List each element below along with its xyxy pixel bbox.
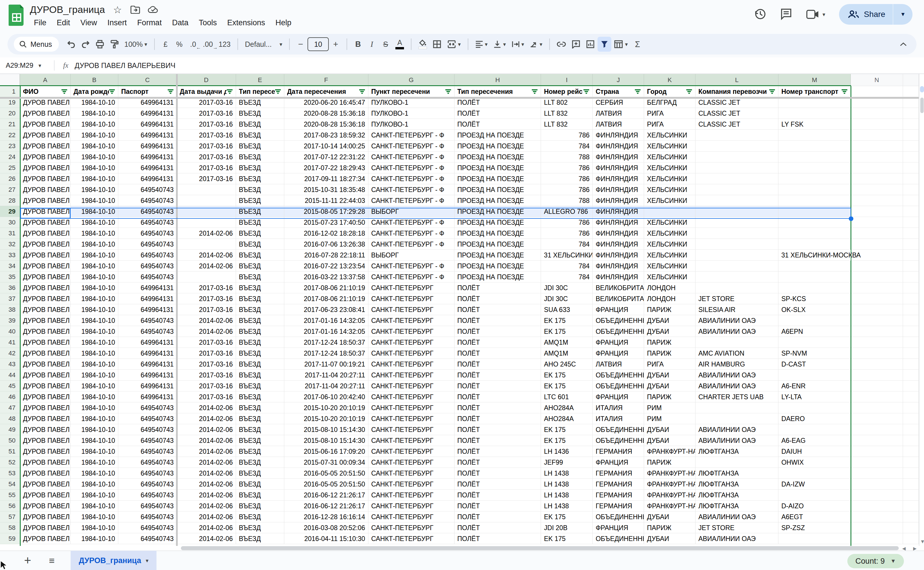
- filter-funnel-icon[interactable]: [359, 89, 365, 94]
- header-cell-E[interactable]: Тип пересеч: [236, 86, 284, 97]
- cell-H45[interactable]: ПОЛЁТ: [454, 381, 541, 391]
- cell-X45[interactable]: [903, 381, 919, 391]
- cell-L44[interactable]: АВИАЛИНИИ ОАЭ: [695, 370, 778, 381]
- cell-D47[interactable]: 2014-02-06: [177, 402, 236, 413]
- cell-A28[interactable]: ДУРОВ ПАВЕЛ: [20, 195, 71, 206]
- cell-F30[interactable]: 2015-07-23 17:40:50: [284, 217, 368, 228]
- cell-C37[interactable]: 649964131: [118, 293, 177, 304]
- cell-K56[interactable]: ФРАНКФУРТ-НА: [644, 501, 695, 512]
- cell-M20[interactable]: [778, 108, 851, 119]
- row-header-33[interactable]: 33: [0, 250, 20, 260]
- cell-B36[interactable]: 1984-10-10: [71, 282, 118, 293]
- cell-K50[interactable]: ДУБАИ: [644, 435, 695, 446]
- cell-E22[interactable]: ВЪЕЗД: [236, 130, 284, 141]
- cell-I36[interactable]: JDI 30C: [541, 282, 592, 293]
- cell-C35[interactable]: 649540743: [118, 271, 177, 282]
- cell-L23[interactable]: [695, 141, 778, 152]
- cell-X29[interactable]: [903, 206, 919, 217]
- star-icon[interactable]: ☆: [112, 5, 123, 15]
- cell-H40[interactable]: ПОЛЁТ: [454, 326, 541, 337]
- cell-N23[interactable]: [851, 141, 903, 152]
- cell-N46[interactable]: [851, 391, 903, 402]
- cell-M40[interactable]: A6EPN: [778, 326, 851, 337]
- cell-J47[interactable]: ИТАЛИЯ: [592, 402, 644, 413]
- cell-A19[interactable]: ДУРОВ ПАВЕЛ: [20, 97, 71, 108]
- column-header-H[interactable]: H: [454, 74, 541, 86]
- cell-C32[interactable]: 649540743: [118, 239, 177, 250]
- cell-K35[interactable]: ХЕЛЬСИНКИ: [644, 271, 695, 282]
- formula-bar-value[interactable]: ДУРОВ ПАВЕЛ ВАЛЕРЬЕВИЧ: [75, 61, 175, 70]
- cell-N20[interactable]: [851, 108, 903, 119]
- cell-G29[interactable]: ВЫБОРГ: [368, 206, 454, 217]
- cell-D52[interactable]: 2014-02-06: [177, 457, 236, 468]
- cell-A32[interactable]: ДУРОВ ПАВЕЛ: [20, 239, 71, 250]
- row-header-53[interactable]: 53: [0, 468, 20, 479]
- cell-M34[interactable]: [778, 260, 851, 271]
- cell-A39[interactable]: ДУРОВ ПАВЕЛ: [20, 315, 71, 326]
- cell-N39[interactable]: [851, 315, 903, 326]
- cell-X21[interactable]: [903, 119, 919, 130]
- cell-N58[interactable]: [851, 522, 903, 533]
- cell-K23[interactable]: ХЕЛЬСИНКИ: [644, 141, 695, 152]
- cell-A58[interactable]: ДУРОВ ПАВЕЛ: [20, 522, 71, 533]
- cell-D21[interactable]: 2017-03-16: [177, 119, 236, 130]
- cell-F43[interactable]: 2017-11-07 00:19:21: [284, 359, 368, 370]
- cell-E19[interactable]: ВЪЕЗД: [236, 97, 284, 108]
- row-header-45[interactable]: 45: [0, 381, 20, 391]
- header-cell-M[interactable]: Номер транспорт: [778, 86, 851, 97]
- cell-B54[interactable]: 1984-10-10: [71, 479, 118, 490]
- cell-C43[interactable]: 649964131: [118, 359, 177, 370]
- cell-J21[interactable]: ЛАТВИЯ: [592, 119, 644, 130]
- cell-F44[interactable]: 2017-11-04 20:27:11: [284, 370, 368, 381]
- cell-E41[interactable]: ВЪЕЗД: [236, 337, 284, 348]
- menu-help[interactable]: Help: [270, 17, 296, 29]
- cell-E49[interactable]: ВЪЕЗД: [236, 424, 284, 435]
- menu-tools[interactable]: Tools: [193, 17, 222, 29]
- cell-H21[interactable]: ПОЛЁТ: [454, 119, 541, 130]
- cell-F19[interactable]: 2020-06-20 16:45:47: [284, 97, 368, 108]
- cell-C25[interactable]: 649964131: [118, 162, 177, 173]
- cell-F20[interactable]: 2020-08-28 15:36:18: [284, 108, 368, 119]
- cell-F55[interactable]: 2016-06-12 21:26:17: [284, 490, 368, 501]
- cell-N19[interactable]: [851, 97, 903, 108]
- cell-A47[interactable]: ДУРОВ ПАВЕЛ: [20, 402, 71, 413]
- cell-I50[interactable]: EK 175: [541, 435, 592, 446]
- cell-H37[interactable]: ПОЛЁТ: [454, 293, 541, 304]
- cell-J58[interactable]: ФРАНЦИЯ: [592, 522, 644, 533]
- cell-D32[interactable]: [177, 239, 236, 250]
- cell-K45[interactable]: ДУБАИ: [644, 381, 695, 391]
- cell-I38[interactable]: SUA 633: [541, 304, 592, 315]
- cell-G47[interactable]: САНКТ-ПЕТЕРБУРГ: [368, 402, 454, 413]
- cell-D55[interactable]: 2014-02-06: [177, 490, 236, 501]
- cell-J46[interactable]: ФРАНЦИЯ: [592, 391, 644, 402]
- filter-funnel-icon[interactable]: [686, 89, 692, 94]
- cell-F57[interactable]: 2016-12-28 16:16:14: [284, 512, 368, 522]
- cell-N54[interactable]: [851, 479, 903, 490]
- cell-X19[interactable]: [903, 97, 919, 108]
- borders-button[interactable]: [430, 37, 444, 52]
- row-header-31[interactable]: 31: [0, 228, 20, 239]
- cell-J42[interactable]: ФРАНЦИЯ: [592, 348, 644, 359]
- header-cell-J[interactable]: Страна: [592, 86, 644, 97]
- cloud-saved-icon[interactable]: [148, 5, 158, 15]
- cell-E54[interactable]: ВЪЕЗД: [236, 479, 284, 490]
- cell-A49[interactable]: ДУРОВ ПАВЕЛ: [20, 424, 71, 435]
- cell-X42[interactable]: [903, 348, 919, 359]
- row-header-37[interactable]: 37: [0, 293, 20, 304]
- cell-K36[interactable]: ЛОНДОН: [644, 282, 695, 293]
- cell-M50[interactable]: A6-EAG: [778, 435, 851, 446]
- cell-F26[interactable]: 2017-09-11 18:27:34: [284, 173, 368, 184]
- header-cell-empty[interactable]: [851, 86, 903, 97]
- cell-J51[interactable]: ГЕРМАНИЯ: [592, 446, 644, 457]
- cell-M27[interactable]: [778, 184, 851, 195]
- cell-B19[interactable]: 1984-10-10: [71, 97, 118, 108]
- cell-C34[interactable]: 649540743: [118, 260, 177, 271]
- row-header-42[interactable]: 42: [0, 348, 20, 359]
- cell-I54[interactable]: LH 1438: [541, 479, 592, 490]
- cell-H41[interactable]: ПОЛЁТ: [454, 337, 541, 348]
- cell-N25[interactable]: [851, 162, 903, 173]
- cell-L57[interactable]: АВИАЛИНИИ ОАЭ: [695, 512, 778, 522]
- cell-B24[interactable]: 1984-10-10: [71, 152, 118, 162]
- cell-I43[interactable]: AHO 245C: [541, 359, 592, 370]
- cell-L34[interactable]: [695, 260, 778, 271]
